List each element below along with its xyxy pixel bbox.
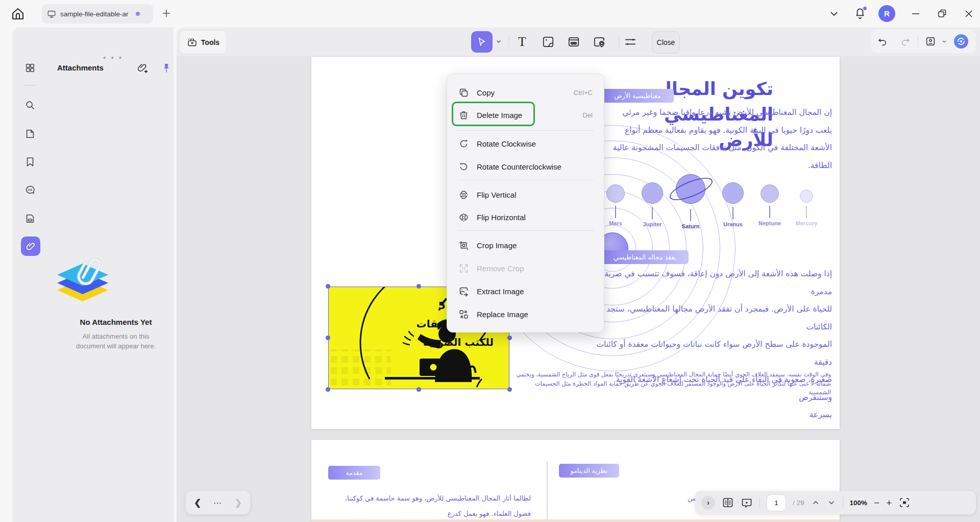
selection-handle[interactable] <box>416 387 421 392</box>
menu-item-extract-image[interactable]: Extract Image <box>447 280 604 303</box>
menu-item-copy[interactable]: Copy Ctrl+C <box>447 81 604 104</box>
page2-highlight-strip <box>311 519 840 522</box>
add-link-tool-icon[interactable] <box>567 35 580 49</box>
toolbar-divider <box>619 36 619 48</box>
undo-icon[interactable] <box>877 36 888 47</box>
previous-page-chevron-icon[interactable] <box>811 498 820 507</box>
section-badge-1: مغناطيسية الأرض <box>601 89 674 103</box>
redo-icon[interactable] <box>900 36 911 47</box>
panel-drag-handle[interactable]: • • • <box>103 53 123 62</box>
attachments-empty-illustration <box>52 252 113 309</box>
menu-item-remove-crop: Remove Crop <box>447 257 604 280</box>
empty-state-description: All attachments on this document will ap… <box>52 331 180 351</box>
page-number-input[interactable]: 1 <box>767 494 786 511</box>
planet-label-neptune: Neptune <box>750 220 789 226</box>
selection-handle[interactable] <box>507 387 512 392</box>
menu-item-flip-vertical[interactable]: Flip Vertical <box>447 183 604 206</box>
collapse-toolbar-chevron-icon[interactable] <box>828 8 840 20</box>
presentation-mode-icon[interactable] <box>741 496 753 509</box>
ai-logo-icon <box>953 34 969 49</box>
menu-item-rotate-counterclockwise[interactable]: Rotate Counterclockwise <box>447 155 604 178</box>
selection-handle[interactable] <box>326 387 330 392</box>
image-context-menu: Copy Ctrl+C Delete Image Del Rotate Cloc… <box>447 74 604 333</box>
ai-assistant-button[interactable] <box>953 34 969 49</box>
zoom-level-label[interactable]: 100% <box>850 499 868 507</box>
select-tool-dropdown-chevron-icon[interactable] <box>495 37 503 45</box>
page-thumbnails-icon[interactable] <box>24 128 36 139</box>
expand-bar-button[interactable]: › <box>701 496 715 510</box>
title-bar: sample-file-editable-ar R <box>0 0 980 28</box>
notifications-bell-icon[interactable] <box>853 6 867 20</box>
paperclip-icon <box>26 241 36 252</box>
restore-window-button[interactable] <box>936 8 948 20</box>
save-icon[interactable] <box>925 36 936 47</box>
small-paragraph: وفي الوقت نفسه، سيفقد الغلاف الجوي أيضًا… <box>512 370 831 397</box>
extract-image-icon <box>458 286 469 297</box>
reading-mode-icon[interactable] <box>722 496 734 509</box>
planet-label-uranus: Uranus <box>714 221 752 227</box>
account-avatar[interactable]: R <box>878 5 895 22</box>
crop-icon <box>458 240 469 251</box>
selection-handle[interactable] <box>326 336 330 340</box>
bar-divider <box>760 497 760 508</box>
pin-panel-icon[interactable] <box>160 62 173 75</box>
add-image-tool-icon[interactable] <box>542 35 555 49</box>
close-window-button[interactable] <box>963 8 975 20</box>
select-tool-button-active[interactable] <box>471 31 493 53</box>
tools-button[interactable]: Tools <box>179 30 227 54</box>
paragraph-2: إذا وصلت هذه الأشعة إلى الأرض دون إعاقة،… <box>592 265 832 424</box>
toolbox-icon <box>187 37 198 48</box>
menu-item-rotate-clockwise[interactable]: Rotate Clockwise <box>447 132 604 155</box>
menu-separator <box>457 180 594 180</box>
next-chevron-icon[interactable]: ❯ <box>235 497 242 508</box>
zoom-in-button[interactable]: + <box>886 498 892 508</box>
menu-item-crop-image[interactable]: Crop Image <box>447 234 604 257</box>
prev-chevron-icon[interactable]: ❮ <box>194 497 201 508</box>
minimize-button[interactable] <box>910 8 922 20</box>
empty-state-title: No Attachments Yet <box>52 318 180 326</box>
attachments-panel-title: Attachments <box>57 63 104 72</box>
properties-sliders-icon[interactable] <box>624 35 637 49</box>
comments-icon[interactable] <box>24 184 36 196</box>
cursor-arrow-icon <box>476 36 487 48</box>
grid-view-icon[interactable] <box>24 62 36 74</box>
add-text-tool-icon[interactable]: T <box>516 35 529 49</box>
fit-page-icon[interactable] <box>898 496 911 509</box>
next-page-chevron-icon[interactable] <box>827 498 836 507</box>
column-divider <box>547 461 548 522</box>
group-divider <box>918 36 918 47</box>
selection-handle[interactable] <box>507 336 512 340</box>
close-edit-mode-button[interactable]: Close <box>652 31 680 54</box>
more-options-icon[interactable]: ⋯ <box>213 498 223 508</box>
menu-separator <box>457 130 594 131</box>
zoom-out-button[interactable]: − <box>874 498 879 508</box>
selection-handle[interactable] <box>326 284 330 289</box>
rail-divider <box>24 85 36 86</box>
selection-handle[interactable] <box>416 284 421 289</box>
menu-item-flip-horizontal[interactable]: Flip Horizontal <box>447 206 604 229</box>
add-attachment-icon[interactable] <box>137 62 149 75</box>
monitor-icon <box>47 9 56 18</box>
rotate-counterclockwise-icon <box>458 161 469 172</box>
tools-button-label: Tools <box>201 38 219 46</box>
add-location-tool-icon[interactable] <box>593 35 606 49</box>
home-button[interactable] <box>10 6 26 21</box>
left-sidebar-panel: • • • Attachments No Attachments Yet All… <box>12 28 174 522</box>
attachments-empty-state: No Attachments Yet All attachments on th… <box>52 252 180 351</box>
new-tab-button[interactable] <box>160 7 173 19</box>
rotate-clockwise-icon <box>458 138 469 149</box>
bookmarks-icon[interactable] <box>24 156 36 168</box>
section-badge-dynamo: نظرية الدينامو <box>559 464 619 478</box>
annotations-document-icon[interactable] <box>24 213 36 224</box>
page-total-label: / 29 <box>793 499 804 507</box>
toolbar-divider <box>509 36 509 48</box>
document-tab[interactable]: sample-file-editable-ar <box>42 4 153 23</box>
planet-label-mercury: Mercury <box>787 220 826 226</box>
menu-item-replace-image[interactable]: Replace Image <box>447 303 604 326</box>
page2-left-text: لطالما أثار المجال المغناطيسي للأرض، وهو… <box>329 491 531 522</box>
search-icon[interactable] <box>24 100 36 111</box>
save-dropdown-chevron-icon[interactable] <box>941 38 948 45</box>
paragraph-1: إن المجال المغناطيسي للأرض يشبه درعا واق… <box>600 104 832 174</box>
section-badge-2: يفقد مجاله المغناطيسي <box>601 250 689 264</box>
attachments-tab-active[interactable] <box>21 236 40 256</box>
